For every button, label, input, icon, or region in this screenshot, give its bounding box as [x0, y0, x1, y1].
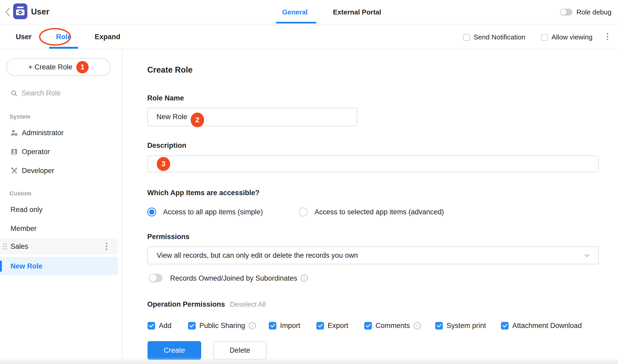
- subtab-role-active-underline: [49, 47, 78, 49]
- section-header-custom: Custom: [9, 190, 32, 197]
- tab-general-active-underline: [276, 22, 316, 23]
- sidebar-item-read-only[interactable]: Read only: [0, 202, 122, 217]
- allow-viewing-label: Allow viewing: [551, 33, 592, 41]
- section-header-system: System: [9, 113, 31, 120]
- comments-info-icon[interactable]: i: [414, 322, 421, 329]
- checked-checkbox-icon: [269, 322, 276, 330]
- operation-permissions-label: Operation Permissions: [147, 300, 225, 309]
- cash-app-glyph-icon: [13, 3, 27, 19]
- app-icon[interactable]: [13, 3, 27, 19]
- search-role-field[interactable]: [11, 89, 95, 97]
- subordinates-info-icon[interactable]: i: [301, 275, 308, 282]
- role-name-label: Role Name: [147, 94, 184, 102]
- checked-checkbox-icon: [364, 322, 372, 330]
- sidebar-item-developer[interactable]: Developer: [0, 163, 122, 178]
- sales-more-options-icon[interactable]: [105, 242, 108, 251]
- checkbox-export[interactable]: Export: [316, 322, 348, 330]
- send-notification-option: Send Notification: [463, 33, 525, 41]
- checked-checkbox-icon: [316, 322, 324, 330]
- search-role-input[interactable]: [22, 89, 95, 97]
- role-debug-toggle[interactable]: [560, 9, 573, 16]
- send-notification-checkbox[interactable]: [463, 34, 470, 41]
- sidebar-item-sales[interactable]: Sales: [0, 238, 118, 255]
- search-icon: [11, 90, 18, 97]
- checked-checkbox-icon: [435, 322, 443, 330]
- drag-handle-icon[interactable]: [3, 244, 7, 250]
- radio-access-selected[interactable]: Access to selected app items (advanced): [299, 208, 444, 216]
- allow-viewing-checkbox[interactable]: [541, 34, 548, 41]
- subordinates-toggle-label: Records Owned/Joined by Subordinates: [170, 274, 297, 282]
- toggle-knob: [561, 9, 566, 15]
- checkbox-comments[interactable]: Comments i: [364, 322, 421, 330]
- toggle-knob: [149, 274, 157, 282]
- permissions-selected-value: View all records, but can only edit or d…: [157, 251, 584, 260]
- sidebar-item-administrator[interactable]: Administrator: [0, 125, 122, 140]
- subordinates-toggle[interactable]: [149, 274, 163, 282]
- public-sharing-info-icon[interactable]: i: [249, 322, 256, 329]
- checkbox-public-sharing[interactable]: Public Sharing i: [188, 322, 256, 330]
- operator-id-card-icon: [11, 148, 18, 155]
- tab-external-portal[interactable]: External Portal: [333, 0, 381, 24]
- checkbox-system-print[interactable]: System print: [435, 322, 486, 330]
- developer-tools-icon: [11, 167, 18, 174]
- send-notification-label: Send Notification: [474, 33, 525, 41]
- description-label: Description: [147, 141, 186, 150]
- allow-viewing-option: Allow viewing: [541, 33, 592, 41]
- radio-unselected-icon: [299, 208, 308, 216]
- operation-permissions-header: Operation Permissions Deselect All: [147, 300, 266, 309]
- create-button[interactable]: Create: [148, 341, 201, 360]
- user-settings-screen: User General External Portal Role debug …: [0, 0, 618, 364]
- delete-button[interactable]: Delete: [213, 341, 267, 360]
- permissions-select[interactable]: View all records, but can only edit or d…: [147, 246, 599, 264]
- tab-general[interactable]: General: [282, 0, 308, 24]
- annotation-badge-1: 1: [76, 61, 89, 73]
- sidebar-item-new-role[interactable]: New Role: [0, 257, 118, 275]
- subtab-user[interactable]: User: [16, 24, 32, 49]
- deselect-all-link[interactable]: Deselect All: [230, 300, 266, 309]
- top-header: User General External Portal Role debug: [0, 0, 618, 24]
- checked-checkbox-icon: [148, 322, 155, 330]
- role-debug-label: Role debug: [576, 8, 611, 16]
- annotation-badge-2: 2: [191, 113, 204, 127]
- radio-access-all[interactable]: Access to all app items (simple): [147, 208, 263, 216]
- radio-selected-icon: [147, 208, 156, 216]
- admin-user-gear-icon: [11, 129, 18, 136]
- selected-indicator-bar: [0, 261, 2, 272]
- more-options-icon[interactable]: [606, 32, 609, 41]
- subtab-expand[interactable]: Expand: [95, 24, 120, 49]
- role-sidebar: + Create Role 1 System: [0, 49, 122, 364]
- sub-navigation: User Role Expand Send Notification Allow…: [0, 24, 618, 49]
- page-title: User: [31, 7, 49, 17]
- sidebar-item-member[interactable]: Member: [0, 221, 122, 236]
- checkbox-add[interactable]: Add: [148, 322, 171, 330]
- checked-checkbox-icon: [188, 322, 196, 330]
- description-input[interactable]: [147, 155, 599, 172]
- sidebar-item-operator[interactable]: Operator: [0, 144, 122, 159]
- back-chevron-icon[interactable]: [4, 6, 12, 18]
- create-role-button[interactable]: + Create Role 1: [6, 58, 111, 76]
- role-name-input[interactable]: [147, 108, 357, 126]
- checkbox-attachment-download[interactable]: Attachment Download: [501, 322, 582, 330]
- panel-title: Create Role: [147, 65, 193, 75]
- permissions-label: Permissions: [147, 233, 190, 241]
- annotation-badge-3: 3: [157, 157, 170, 171]
- subtab-role[interactable]: Role: [56, 24, 72, 49]
- checkbox-import[interactable]: Import: [269, 322, 300, 330]
- checked-checkbox-icon: [501, 322, 509, 330]
- app-items-question-label: Which App Items are accessible?: [147, 189, 260, 197]
- chevron-down-icon: [584, 252, 590, 259]
